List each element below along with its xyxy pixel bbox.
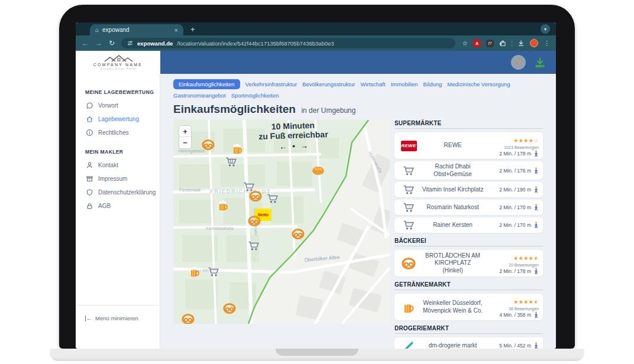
forward-button[interactable]: →	[95, 40, 102, 47]
sidebar-item-agb[interactable]: AGB	[76, 199, 160, 213]
map-beer-marker[interactable]	[190, 266, 200, 278]
section-supermaerkte: SUPERMÄRKTE	[394, 120, 543, 129]
map-beer-marker[interactable]	[218, 200, 228, 212]
tab-verkehrsinfrastruktur[interactable]: Verkehrsinfrastruktur	[245, 81, 297, 87]
beer-mug-icon	[403, 301, 415, 314]
sidebar-item-label: Impressum	[98, 176, 127, 182]
map-cart-marker[interactable]	[267, 193, 279, 204]
cart-icon	[403, 220, 415, 230]
map-zoom-out-button[interactable]: −	[179, 137, 191, 148]
place-card-rosmarin[interactable]: Rosmarin Naturkost 2 Min. / 170 m	[394, 200, 543, 215]
tab-gastronomieangebot[interactable]: Gastronomieangebot	[173, 92, 226, 99]
cart-icon	[403, 184, 415, 195]
tab-bevoelkerungsstruktur[interactable]: Bevölkerungsstruktur	[302, 81, 355, 87]
map-zoom-in-button[interactable]: +	[179, 126, 191, 137]
map-pretzel-marker[interactable]	[202, 139, 215, 150]
place-card-vitamin-insel[interactable]: Vitamin Insel Kirchplatz 2 Min. / 190 m	[394, 182, 543, 197]
bookmark-star-icon[interactable]: ☆	[462, 40, 468, 47]
back-button[interactable]: ←	[82, 40, 89, 47]
place-card-rachid-dhabi[interactable]: Rachid Dhabi Obst+Gemüse 2 Min. / 176 m	[394, 161, 543, 180]
toolbar-actions: ☆ A f7 ⋮	[462, 39, 550, 47]
roofs-logo-icon	[103, 54, 134, 62]
walking-icon	[533, 186, 539, 193]
theme-toggle-button[interactable]: ☀	[511, 55, 526, 70]
tab-sportmoeglichkeiten[interactable]: Sportmöglichkeiten	[231, 92, 279, 99]
sidebar-minimize-button[interactable]: ← Menü minimieren	[76, 305, 160, 321]
walking-icon	[533, 204, 539, 211]
pdf-extension-icon[interactable]: A	[473, 40, 481, 47]
map-pretzel-marker[interactable]	[223, 303, 236, 314]
address-bar[interactable]: expowand.de/locationValuation/index/542f…	[121, 38, 455, 48]
tab-einkaufsmoeglichkeiten[interactable]: Einkaufsmöglichkeiten	[173, 79, 240, 89]
browser-tab[interactable]: ⌂ expowand ×	[90, 24, 183, 35]
minimize-icon: ←	[85, 316, 92, 321]
walking-icon	[533, 342, 539, 349]
company-slogan: Slogan Goes Here	[101, 67, 135, 70]
map-cart-marker[interactable]	[208, 266, 219, 277]
distance-text: 2 Min. / 178 m	[499, 151, 531, 157]
tab-medizinische-versorgung[interactable]: Medizinische Versorgung	[447, 81, 510, 87]
site-settings-icon[interactable]	[127, 40, 133, 46]
shield-icon	[86, 188, 93, 196]
tab-wirtschaft[interactable]: Wirtschaft	[360, 81, 385, 87]
tab-search-button[interactable]: ▾	[541, 24, 550, 34]
stage: ⌂ expowand × + ▾ ← → ↻	[0, 0, 634, 364]
place-card-rainer-kersten[interactable]: Rainer Kersten 2 Min. / 170 m	[394, 217, 543, 233]
sidebar-item-kontakt[interactable]: Kontakt	[76, 158, 160, 172]
map-pretzel-marker[interactable]	[292, 229, 305, 239]
sidebar-item-rechtliches[interactable]: Rechtliches	[76, 126, 160, 139]
place-name: Vitamin Insel Kirchplatz	[419, 186, 487, 194]
distance-text: 2 Min. / 170 m	[499, 222, 531, 228]
place-card-rewe[interactable]: REWE REWE ☆☆☆☆☆★★★★★ 1023 Bewertungen 2 …	[394, 132, 543, 159]
browser-profile-avatar[interactable]	[530, 39, 538, 47]
new-tab-button[interactable]: +	[190, 25, 195, 34]
place-card-brotlaedchen[interactable]: BROTLÄDCHEN AM KIRCHPLATZ(Hinkel) ☆☆☆☆☆★…	[394, 250, 543, 277]
map-pretzel-marker[interactable]	[248, 216, 261, 226]
f7-extension-icon[interactable]: f7	[486, 40, 494, 47]
reload-button[interactable]: ↻	[109, 40, 115, 47]
pretzel-icon	[402, 258, 416, 269]
distance-text: 2 Min. / 190 m	[499, 187, 531, 193]
laptop-base	[50, 349, 584, 361]
tab-bildung[interactable]: Bildung	[423, 81, 442, 87]
sidebar-item-datenschutz[interactable]: Datenschutzerklärung	[76, 186, 160, 199]
extensions-puzzle-icon[interactable]	[499, 40, 506, 47]
sidebar-section-lagebewertung: MEINE LAGEBEWERTUNG	[76, 89, 160, 99]
rewe-logo: REWE	[401, 141, 417, 151]
place-card-weinkeller[interactable]: Weinkeller Düsseldorf,Mövenpick Wein & C…	[394, 294, 543, 320]
sun-icon: ☀	[515, 59, 522, 66]
map-cart-marker[interactable]	[225, 157, 237, 167]
sidebar-item-vorwort[interactable]: Vorwort	[76, 99, 160, 112]
walking-icon	[533, 150, 539, 157]
tab-immobilien[interactable]: Immobilien	[391, 81, 418, 87]
page-title: Einkaufsmöglichkeiten in der Umgebung	[173, 103, 544, 116]
export-download-button[interactable]	[533, 56, 546, 69]
walking-icon	[533, 311, 539, 318]
distance-text: 2 Min. / 178 m	[499, 268, 531, 274]
browser-download-icon[interactable]	[517, 40, 525, 47]
map-cart-marker[interactable]	[248, 240, 260, 251]
page-title-sub: in der Umgebung	[301, 106, 355, 115]
map-pretzel-marker[interactable]	[249, 191, 262, 202]
sidebar-item-impressum[interactable]: Impressum	[76, 172, 160, 186]
company-logo[interactable]: COMPANY NAME Slogan Goes Here	[76, 51, 160, 74]
section-baeckerei: BÄCKEREI	[394, 238, 543, 246]
map-pretzel-marker[interactable]	[182, 314, 195, 324]
rating-stars: ☆☆☆☆☆★★★★★	[513, 300, 539, 305]
map-zoom-control: + −	[179, 125, 192, 149]
company-name: COMPANY NAME	[93, 63, 143, 67]
app-header-bar: ☀	[160, 51, 556, 74]
tab-close-icon[interactable]: ×	[174, 27, 178, 34]
place-card-dm-drogerie[interactable]: dm-drogerie markt 5 Min. / 452 m	[394, 337, 543, 349]
map[interactable]: Herzogstraße Fürstenwall FRIEDRICHSTADT …	[173, 120, 390, 324]
cart-icon	[403, 202, 415, 213]
map-bread-marker[interactable]	[312, 166, 325, 176]
browser-menu-icon[interactable]: ⋮	[544, 40, 550, 47]
review-count: 36 Bewertungen	[487, 307, 539, 311]
sidebar-item-lagebewertung[interactable]: Lagebewertung	[76, 112, 160, 126]
place-name: Rachid Dhabi Obst+Gemüse	[419, 163, 487, 178]
street-label-kirchfeldstrasse: Kirchfeldstraße	[206, 226, 234, 230]
sidebar-item-label: AGB	[98, 203, 111, 209]
place-name: Weinkeller Düsseldorf,Mövenpick Wein & C…	[419, 300, 487, 314]
info-circle-icon	[86, 129, 93, 136]
